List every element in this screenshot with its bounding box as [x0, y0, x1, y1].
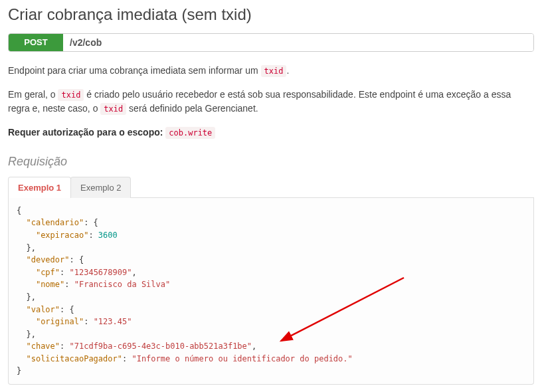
text: . — [286, 65, 289, 76]
inline-code-txid: txid — [58, 89, 84, 101]
code-panel: { "calendario": { "expiracao": 3600 }, "… — [8, 198, 534, 385]
page-title: Criar cobrança imediata (sem txid) — [8, 5, 534, 24]
inline-code-scope: cob.write — [165, 127, 215, 139]
description-2: Em geral, o txid é criado pelo usuário r… — [8, 88, 534, 116]
text: será definido pela Gerencianet. — [129, 103, 258, 114]
inline-code-txid: txid — [100, 103, 126, 115]
auth-line: Requer autorização para o escopo: cob.wr… — [8, 126, 534, 140]
auth-label: Requer autorização para o escopo — [8, 127, 160, 138]
tab-exemplo-1[interactable]: Exemplo 1 — [8, 177, 71, 198]
http-method-badge: POST — [9, 34, 63, 51]
endpoint-path: /v2/cob — [63, 34, 533, 51]
text: é criado pelo usuário recebedor e está s… — [8, 89, 511, 114]
endpoint-bar: POST /v2/cob — [8, 33, 534, 52]
tabs: Exemplo 1 Exemplo 2 — [8, 177, 534, 198]
json-body: { "calendario": { "expiracao": 3600 }, "… — [17, 205, 525, 377]
section-heading-request: Requisição — [8, 155, 534, 169]
text: Endpoint para criar uma cobrança imediat… — [8, 65, 261, 76]
description-1: Endpoint para criar uma cobrança imediat… — [8, 64, 534, 78]
tab-exemplo-2[interactable]: Exemplo 2 — [70, 177, 131, 198]
text: Em geral, o — [8, 89, 58, 100]
inline-code-txid: txid — [261, 65, 287, 77]
